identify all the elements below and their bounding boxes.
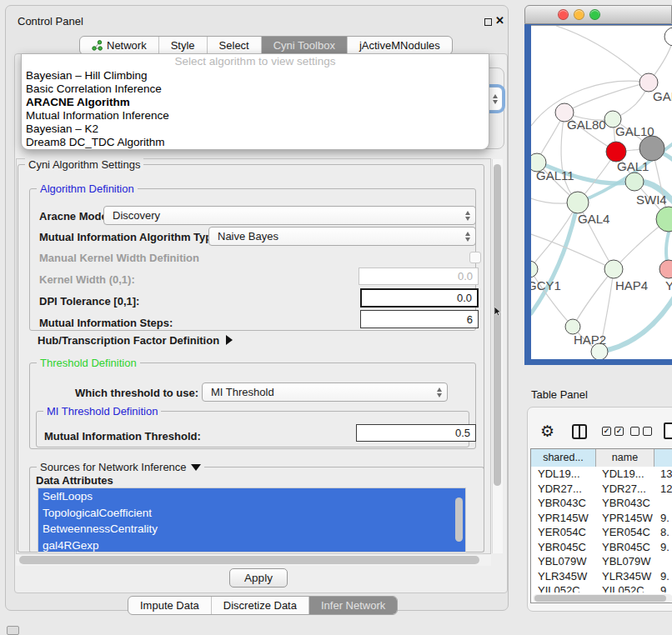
combo-spinner-icon xyxy=(437,388,442,398)
column-header-shared[interactable]: shared... xyxy=(531,449,595,467)
aracne-mode-label: Aracne Mode: xyxy=(39,210,111,222)
attribute-item-gal4rgexp[interactable]: gal4RGexp xyxy=(38,538,465,553)
checked-checkbox-icon[interactable]: ✓ xyxy=(614,427,624,436)
network-node[interactable] xyxy=(531,261,538,278)
cell: YLR345W xyxy=(595,569,654,584)
attribute-item-betweennesscentrality[interactable]: BetweennessCentrality xyxy=(38,521,465,538)
control-panel-title: Control Panel xyxy=(18,15,83,28)
attribute-item-topologicalcoefficient[interactable]: TopologicalCoefficient xyxy=(38,505,465,522)
unchecked-checkbox-icon[interactable] xyxy=(643,427,652,436)
cell xyxy=(654,496,672,511)
dpi-tolerance-field[interactable]: 0.0 xyxy=(360,288,479,308)
network-node[interactable] xyxy=(664,28,672,46)
network-node[interactable] xyxy=(639,136,664,161)
kernel-width-label: Kernel Width (0,1): xyxy=(39,273,135,286)
tab-style[interactable]: Style xyxy=(158,37,207,54)
which-threshold-label: Which threshold to use: xyxy=(75,387,198,399)
dropdown-list: Bayesian – Hill ClimbingBasic Correlatio… xyxy=(22,69,489,149)
cell: YDL19... xyxy=(595,467,654,482)
close-icon[interactable]: ✕ xyxy=(495,14,504,27)
data-attributes-list[interactable]: SelfLoopsTopologicalCoefficientBetweenne… xyxy=(38,488,466,552)
algorithm-option-bayesian-k2[interactable]: Bayesian – K2 xyxy=(22,122,489,136)
data-attributes-label: Data Attributes xyxy=(36,474,113,487)
which-threshold-combobox[interactable]: MI Threshold xyxy=(202,382,448,402)
aracne-mode-combobox[interactable]: Discovery xyxy=(103,206,476,225)
table-horizontal-scrollbar-thumb[interactable] xyxy=(534,595,666,602)
manual-kernel-width-checkbox[interactable] xyxy=(469,252,481,263)
zoom-traffic-light-icon[interactable] xyxy=(589,9,600,20)
attribute-item-selfloops[interactable]: SelfLoops xyxy=(38,488,465,505)
mi-algorithm-type-label: Mutual Information Algorithm Type: xyxy=(39,231,222,243)
tab-cyni-toolbox[interactable]: Cyni Toolbox xyxy=(261,37,347,54)
network-node-label: GAL10 xyxy=(615,124,654,138)
network-canvas[interactable]: GALGAL80GAL10GAL1GAL11SWI4GAL4GCY1HAP4YH… xyxy=(531,25,672,359)
cell: YBR045C xyxy=(531,540,595,555)
gear-icon[interactable]: ⚙ xyxy=(540,422,554,440)
table-row[interactable]: YLR345WYLR345W9. xyxy=(531,569,672,584)
apply-button[interactable]: Apply xyxy=(229,568,288,588)
collapsed-arrow-icon xyxy=(226,335,233,345)
minimized-panel-icon[interactable] xyxy=(7,626,19,635)
algorithm-option-dream8-dc-tdc-algorithm[interactable]: Dream8 DC_TDC Algorithm xyxy=(22,136,489,149)
close-traffic-light-icon[interactable] xyxy=(558,9,569,20)
cell: 9. xyxy=(654,569,672,584)
cell: YDR27... xyxy=(595,482,654,497)
network-node[interactable] xyxy=(659,260,672,278)
split-columns-icon[interactable] xyxy=(572,424,587,439)
mi-steps-field[interactable]: 6 xyxy=(360,310,479,328)
table-row[interactable]: YDR27...YDR27...12 xyxy=(531,482,672,497)
settings-vertical-scrollbar-thumb[interactable] xyxy=(494,164,501,486)
page-icon[interactable] xyxy=(664,422,672,439)
sources-toggle[interactable]: Sources for Network Inference xyxy=(37,461,204,473)
mi-threshold-label: Mutual Information Threshold: xyxy=(44,430,201,442)
float-icon[interactable] xyxy=(484,18,492,26)
algorithm-option-basic-correlation-inference[interactable]: Basic Correlation Inference xyxy=(22,82,489,96)
network-node-label: Y xyxy=(665,278,672,292)
table-row[interactable]: YBR043CYBR043C xyxy=(531,496,672,511)
cell: 13 xyxy=(654,467,672,482)
algorithm-option-aracne-algorithm[interactable]: ARACNE Algorithm xyxy=(22,96,489,109)
table-row[interactable]: YER054CYER054C8. xyxy=(531,525,672,540)
table-horizontal-scrollbar[interactable] xyxy=(533,594,672,602)
table-row[interactable]: YIL052CYIL052C9 xyxy=(531,583,672,592)
algorithm-option-mutual-information-inference[interactable]: Mutual Information Inference xyxy=(22,109,489,122)
cyni-bottom-tabs: Impute DataDiscretize DataInfer Network xyxy=(128,596,398,615)
combo-value: Naive Bayes xyxy=(218,230,278,242)
tab-select[interactable]: Select xyxy=(207,37,261,54)
table-row[interactable]: YPR145WYPR145W9. xyxy=(531,511,672,526)
network-window-titlebar[interactable] xyxy=(524,5,672,24)
tab-label: Network xyxy=(107,39,147,52)
minimize-traffic-light-icon[interactable] xyxy=(574,9,584,20)
column-header-col2[interactable] xyxy=(654,449,672,467)
column-header-name[interactable]: name xyxy=(595,449,654,467)
cell: YPR145W xyxy=(531,511,595,526)
unchecked-checkbox-icon[interactable] xyxy=(630,427,639,436)
mi-threshold-field[interactable]: 0.5 xyxy=(356,424,476,442)
settings-horizontal-scrollbar-thumb[interactable] xyxy=(19,556,479,564)
tab-infer-network[interactable]: Infer Network xyxy=(308,597,397,614)
table-row[interactable]: YDL19...YDL19...13 xyxy=(531,467,672,482)
network-node[interactable] xyxy=(625,172,644,191)
manual-kernel-width-label: Manual Kernel Width Definition xyxy=(39,252,199,264)
algorithm-option-bayesian-hill-climbing[interactable]: Bayesian – Hill Climbing xyxy=(22,69,489,82)
combo-value: MI Threshold xyxy=(211,386,274,398)
network-node[interactable] xyxy=(604,260,623,278)
network-view-window: GALGAL80GAL10GAL1GAL11SWI4GAL4GCY1HAP4YH… xyxy=(524,5,672,365)
tab-impute-data[interactable]: Impute Data xyxy=(128,597,211,614)
network-node[interactable] xyxy=(656,207,672,232)
group-title: Threshold Definition xyxy=(37,357,140,369)
checked-checkbox-icon[interactable]: ✓ xyxy=(602,427,611,436)
tab-discretize-data[interactable]: Discretize Data xyxy=(211,597,308,614)
tab-label: Infer Network xyxy=(321,599,385,612)
tab-network[interactable]: Network xyxy=(80,37,158,54)
table-row[interactable]: YBR045CYBR045C9. xyxy=(531,540,672,555)
kernel-width-field[interactable]: 0.0 xyxy=(359,268,479,285)
cell: YDR27... xyxy=(531,482,595,497)
tab-jactivemnodules[interactable]: jActiveMNodules xyxy=(347,37,452,54)
tab-label: jActiveMNodules xyxy=(359,39,440,52)
hub-definition-toggle[interactable]: Hub/Transcription Factor Definition xyxy=(38,334,233,347)
mi-algorithm-type-combobox[interactable]: Naive Bayes xyxy=(208,227,476,246)
list-scrollbar[interactable] xyxy=(455,498,463,542)
table-row[interactable]: YBL079WYBL079W xyxy=(531,554,672,569)
network-node[interactable] xyxy=(567,192,589,213)
